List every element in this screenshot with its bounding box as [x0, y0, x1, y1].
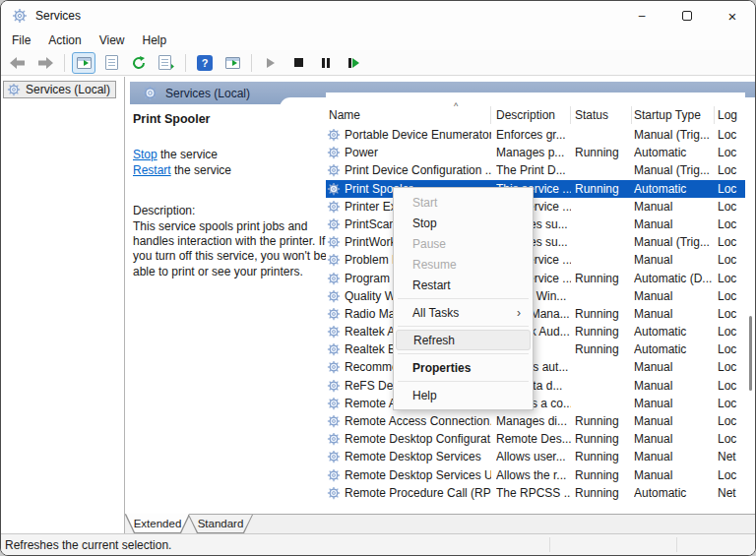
- submenu-arrow-icon: ›: [517, 306, 521, 320]
- service-log-on-as-cell: Loc: [718, 233, 749, 251]
- service-row[interactable]: Remote Desktop Services Allows user... R…: [326, 448, 745, 465]
- restart-service-button[interactable]: [342, 52, 365, 74]
- maximize-button[interactable]: [664, 1, 710, 31]
- service-status-cell: [575, 126, 631, 144]
- main-area: Services (Local) Services (Local) Print …: [1, 77, 755, 533]
- service-row[interactable]: Remote Access Auto Con... Creates a co..…: [326, 395, 745, 412]
- show-action-pane-button[interactable]: [220, 52, 244, 74]
- service-log-on-as-cell: Loc: [718, 430, 749, 448]
- refresh-button[interactable]: [127, 52, 151, 74]
- service-row[interactable]: Program Compatibility A... This service …: [326, 270, 745, 287]
- column-header-log-on-as[interactable]: Log: [718, 104, 749, 126]
- service-row[interactable]: Quality Windows Audio V... Quality Win..…: [326, 287, 745, 305]
- service-row[interactable]: PrintScanBrokerService Provides su... Ma…: [326, 216, 745, 233]
- service-name-cell: Remote Desktop Services: [326, 448, 491, 465]
- service-row[interactable]: Remote Desktop Services U... Allows the …: [326, 466, 745, 484]
- service-startup-type-cell: Manual: [634, 430, 715, 448]
- stop-service-line: Stop the service: [133, 148, 323, 163]
- app-gear-icon: [12, 8, 28, 24]
- column-divider[interactable]: [490, 106, 491, 124]
- service-startup-type-cell: Automatic: [634, 144, 715, 161]
- toolbar-separator: [64, 54, 65, 72]
- service-row[interactable]: Problem Reports Control... This service …: [326, 251, 745, 269]
- service-row[interactable]: Print Device Configuration ... The Print…: [326, 161, 745, 179]
- column-divider[interactable]: [631, 106, 632, 124]
- service-row[interactable]: Remote Procedure Call (RPC) The RPCSS ..…: [326, 484, 745, 502]
- services-list: Name ^ Description Status Startup Type L…: [326, 93, 745, 533]
- service-status-cell: [575, 395, 631, 412]
- menu-help[interactable]: Help: [134, 31, 176, 49]
- vertical-scrollbar-thumb[interactable]: [749, 316, 752, 391]
- service-row[interactable]: Power Manages p... Running Automatic Loc: [326, 144, 745, 161]
- forward-button[interactable]: [33, 52, 57, 74]
- stop-service-link[interactable]: Stop: [133, 148, 158, 161]
- context-menu-item-restart[interactable]: Restart ›: [396, 275, 531, 295]
- toolbar-separator: [251, 54, 252, 72]
- service-log-on-as-cell: Loc: [718, 412, 749, 430]
- minimize-button[interactable]: –: [619, 1, 664, 31]
- menu-file[interactable]: File: [3, 31, 39, 49]
- forward-arrow-icon: [37, 57, 53, 69]
- service-row[interactable]: ReFS Dedup Service The data d... Manual …: [326, 377, 745, 395]
- service-row[interactable]: Realtek Bluetooth Device... Running Auto…: [326, 340, 745, 358]
- service-row[interactable]: Remote Access Connection... Manages di..…: [326, 412, 745, 430]
- menu-action[interactable]: Action: [39, 31, 90, 49]
- show-console-tree-button[interactable]: [72, 52, 95, 74]
- stop-service-button[interactable]: [286, 52, 310, 74]
- service-log-on-as-cell: Loc: [718, 358, 749, 376]
- gear-slot: [7, 83, 21, 96]
- services-window: Services – × File Action View Help: [0, 0, 756, 556]
- context-menu-item-refresh[interactable]: Refresh ›: [396, 330, 531, 350]
- context-menu-item-stop[interactable]: Stop ›: [396, 213, 531, 233]
- service-log-on-as-cell: Loc: [718, 126, 749, 144]
- context-menu-item-pause[interactable]: Pause ›: [396, 233, 531, 254]
- column-header-description[interactable]: Description: [496, 104, 571, 126]
- service-row[interactable]: Remote Desktop Configurat... Remote Des.…: [326, 430, 745, 448]
- properties-icon: [105, 55, 118, 70]
- properties-button[interactable]: [99, 52, 123, 74]
- restart-service-link[interactable]: Restart: [133, 163, 171, 177]
- task-panel: Print Spooler Stop the service Restart t…: [130, 104, 325, 533]
- back-button[interactable]: [6, 52, 30, 74]
- service-row[interactable]: Printer Extensions and No... This servic…: [326, 198, 745, 216]
- column-header-startup-type[interactable]: Startup Type: [634, 104, 715, 126]
- pause-service-button[interactable]: [314, 52, 338, 74]
- context-menu-item-start[interactable]: Start ›: [396, 192, 531, 213]
- column-header-name[interactable]: Name: [326, 104, 491, 126]
- service-row[interactable]: PrintWorkflow User Servi... Provides su.…: [326, 233, 745, 251]
- service-startup-type-cell: Manual: [634, 412, 715, 430]
- services-rows: Portable Device Enumerator... Enforces g…: [326, 126, 745, 502]
- start-service-button[interactable]: [259, 52, 283, 74]
- service-startup-type-cell: Manual (Trig...: [634, 233, 715, 251]
- service-row[interactable]: Recommended Troublesh... Enables aut... …: [326, 358, 745, 376]
- service-row[interactable]: Radio Management Servi... Radio Mana... …: [326, 305, 745, 323]
- title-bar[interactable]: Services – ×: [1, 1, 755, 31]
- service-row[interactable]: Portable Device Enumerator... Enforces g…: [326, 126, 745, 144]
- status-text: Refreshes the current selection.: [5, 538, 171, 552]
- tab-extended[interactable]: Extended: [125, 515, 190, 533]
- context-menu-item-properties[interactable]: Properties ›: [396, 357, 531, 378]
- export-list-button[interactable]: [155, 52, 178, 74]
- service-log-on-as-cell: Loc: [718, 144, 749, 161]
- column-divider[interactable]: [570, 106, 571, 124]
- tab-strip: Extended Standard: [125, 514, 755, 533]
- service-log-on-as-cell: Loc: [718, 216, 749, 233]
- context-menu-item-all-tasks[interactable]: All Tasks ›: [396, 302, 531, 323]
- tab-standard[interactable]: Standard: [188, 515, 253, 533]
- column-divider[interactable]: [714, 106, 715, 124]
- service-startup-type-cell: Automatic (D...: [634, 270, 715, 287]
- service-row[interactable]: Print Spooler This service ... Running A…: [326, 180, 745, 198]
- close-button[interactable]: ×: [710, 1, 755, 31]
- service-startup-type-cell: Manual (Trig...: [634, 126, 715, 144]
- context-menu-item-resume[interactable]: Resume ›: [396, 254, 531, 275]
- column-header-status[interactable]: Status: [575, 104, 631, 126]
- menu-view[interactable]: View: [91, 31, 134, 49]
- context-menu-item-help[interactable]: Help ›: [396, 385, 531, 405]
- service-row[interactable]: Realtek Audio Universal S... Realtek Aud…: [326, 323, 745, 340]
- service-description-cell: The Print D...: [496, 161, 571, 179]
- tree-item-services-local[interactable]: Services (Local): [3, 81, 116, 98]
- help-button[interactable]: ?: [193, 52, 217, 74]
- service-log-on-as-cell: Loc: [718, 180, 749, 198]
- service-startup-type-cell: Manual: [634, 251, 715, 269]
- service-status-cell: Running: [575, 305, 631, 323]
